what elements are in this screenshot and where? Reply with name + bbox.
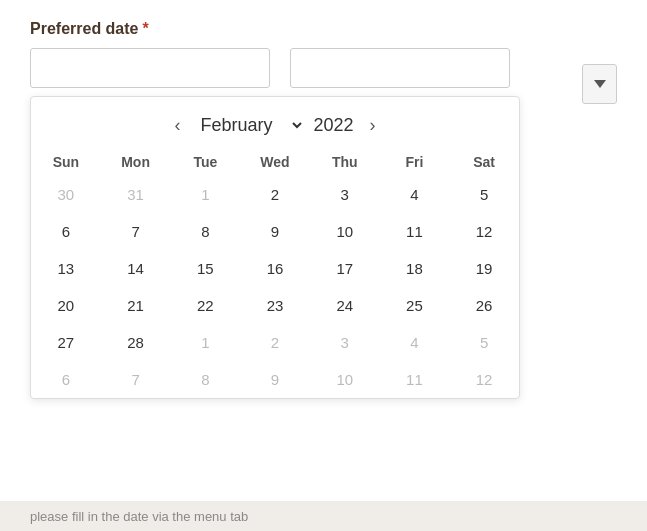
dropdown-arrow-icon: [594, 80, 606, 88]
time-input[interactable]: [290, 48, 510, 88]
calendar-week-row: 20212223242526: [31, 287, 519, 324]
calendar-day[interactable]: 26: [449, 287, 519, 324]
calendar-day[interactable]: 7: [101, 213, 171, 250]
calendar-grid: Sun Mon Tue Wed Thu Fri Sat 303112345678…: [31, 148, 519, 398]
calendar-week-row: 272812345: [31, 324, 519, 361]
calendar-day[interactable]: 12: [449, 213, 519, 250]
calendar-day[interactable]: 10: [310, 361, 380, 398]
calendar-week-row: 6789101112: [31, 213, 519, 250]
calendar-day[interactable]: 12: [449, 361, 519, 398]
calendar-day[interactable]: 15: [170, 250, 240, 287]
calendar-day[interactable]: 6: [31, 361, 101, 398]
calendar-day[interactable]: 4: [380, 324, 450, 361]
date-inputs-row: [30, 48, 617, 88]
calendar-day[interactable]: 1: [170, 176, 240, 213]
calendar-day[interactable]: 24: [310, 287, 380, 324]
calendar-day[interactable]: 22: [170, 287, 240, 324]
calendar-day[interactable]: 18: [380, 250, 450, 287]
next-month-button[interactable]: ›: [362, 112, 384, 138]
calendar-day[interactable]: 8: [170, 213, 240, 250]
hint-text: please fill in the date via the menu tab: [30, 509, 248, 524]
calendar-day[interactable]: 2: [240, 176, 310, 213]
calendar-day[interactable]: 11: [380, 213, 450, 250]
calendar-week-row: 6789101112: [31, 361, 519, 398]
label-text: Preferred date: [30, 20, 139, 37]
weekday-fri: Fri: [380, 148, 450, 176]
calendar-day[interactable]: 16: [240, 250, 310, 287]
weekday-wed: Wed: [240, 148, 310, 176]
prev-month-button[interactable]: ‹: [166, 112, 188, 138]
calendar-day[interactable]: 23: [240, 287, 310, 324]
calendar-day[interactable]: 4: [380, 176, 450, 213]
calendar-day[interactable]: 6: [31, 213, 101, 250]
calendar-day[interactable]: 5: [449, 176, 519, 213]
weekday-thu: Thu: [310, 148, 380, 176]
weekdays-row: Sun Mon Tue Wed Thu Fri Sat: [31, 148, 519, 176]
date-input[interactable]: [30, 48, 270, 88]
calendar-day[interactable]: 8: [170, 361, 240, 398]
calendar-day[interactable]: 5: [449, 324, 519, 361]
page-container: Preferred date* ‹ January February March…: [0, 0, 647, 419]
weekday-sun: Sun: [31, 148, 101, 176]
calendar-day[interactable]: 17: [310, 250, 380, 287]
calendar-header: ‹ January February March April May June …: [31, 107, 519, 148]
calendar-day[interactable]: 11: [380, 361, 450, 398]
dropdown-button[interactable]: [582, 64, 617, 104]
bottom-hint-bar: please fill in the date via the menu tab: [0, 501, 647, 531]
right-panel: [582, 64, 617, 104]
calendar-day[interactable]: 7: [101, 361, 171, 398]
calendar-day[interactable]: 9: [240, 213, 310, 250]
calendar-day[interactable]: 31: [101, 176, 171, 213]
calendar-day[interactable]: 2: [240, 324, 310, 361]
calendar-day[interactable]: 3: [310, 324, 380, 361]
weekday-sat: Sat: [449, 148, 519, 176]
calendar-day[interactable]: 13: [31, 250, 101, 287]
calendar-day[interactable]: 21: [101, 287, 171, 324]
field-label: Preferred date*: [30, 20, 617, 38]
required-indicator: *: [143, 20, 149, 37]
calendar-day[interactable]: 27: [31, 324, 101, 361]
calendar-day[interactable]: 28: [101, 324, 171, 361]
calendar-day[interactable]: 3: [310, 176, 380, 213]
calendar-day[interactable]: 25: [380, 287, 450, 324]
month-select[interactable]: January February March April May June Ju…: [196, 114, 305, 136]
year-display: 2022: [313, 115, 353, 136]
weekday-mon: Mon: [101, 148, 171, 176]
calendar-day[interactable]: 9: [240, 361, 310, 398]
calendar-day[interactable]: 30: [31, 176, 101, 213]
calendar-container: ‹ January February March April May June …: [30, 96, 520, 399]
calendar-day[interactable]: 1: [170, 324, 240, 361]
calendar-day[interactable]: 10: [310, 213, 380, 250]
calendar-week-row: 13141516171819: [31, 250, 519, 287]
calendar-day[interactable]: 19: [449, 250, 519, 287]
calendar-day[interactable]: 20: [31, 287, 101, 324]
calendar-week-row: 303112345: [31, 176, 519, 213]
calendar-day[interactable]: 14: [101, 250, 171, 287]
weekday-tue: Tue: [170, 148, 240, 176]
